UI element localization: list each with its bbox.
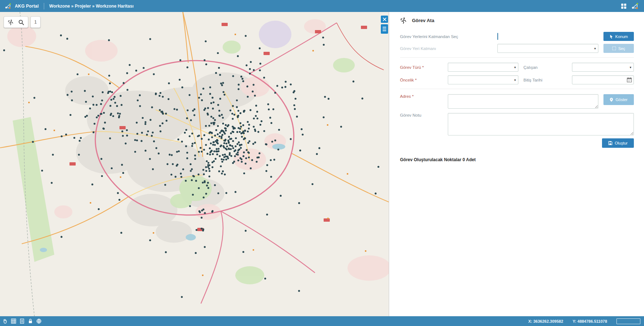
goster-button-label: Göster bbox=[615, 97, 627, 102]
task-layer-label: Görev Yeri Katmanı bbox=[400, 46, 492, 51]
cursor-icon bbox=[610, 34, 613, 39]
konum-button[interactable]: Konum bbox=[603, 32, 634, 41]
app-logo-icon bbox=[5, 3, 12, 9]
document-icon[interactable] bbox=[20, 318, 25, 324]
due-date-input[interactable] bbox=[572, 75, 634, 84]
assign-task-panel: Görev Ata Görev Yerlerini Katmandan Seç … bbox=[389, 12, 644, 316]
topbar-logo-icon[interactable] bbox=[632, 3, 639, 10]
goster-button[interactable]: Göster bbox=[603, 94, 634, 105]
map-tool-count[interactable]: 1 bbox=[30, 16, 41, 28]
address-textarea[interactable] bbox=[448, 94, 598, 109]
close-icon bbox=[383, 17, 387, 21]
panel-close-button[interactable] bbox=[381, 16, 388, 23]
sec-button[interactable]: Seç bbox=[603, 44, 634, 53]
map-toolbar: 1 bbox=[4, 16, 41, 28]
section-divider bbox=[400, 57, 634, 58]
select-from-layer-checkbox[interactable] bbox=[497, 33, 498, 40]
priority-select[interactable] bbox=[448, 75, 518, 84]
task-type-label: Görev Türü * bbox=[400, 65, 443, 70]
map-layers bbox=[0, 12, 389, 316]
map-pin-icon bbox=[610, 97, 613, 102]
save-icon bbox=[608, 141, 613, 145]
globe-icon[interactable] bbox=[36, 318, 42, 324]
panel-collapse-handle[interactable] bbox=[381, 24, 388, 34]
points-summary: Görev Oluşturulacak Noktalar 0 Adet bbox=[400, 157, 634, 162]
assign-task-tool-icon[interactable] bbox=[8, 19, 14, 25]
due-date-label: Bitiş Tarihi bbox=[523, 78, 567, 82]
task-note-label: Görev Notu bbox=[400, 113, 443, 117]
select-from-layer-label: Görev Yerlerini Katmandan Seç bbox=[400, 34, 492, 39]
grid-table-icon[interactable] bbox=[11, 318, 16, 324]
brand[interactable]: AKG Portal bbox=[5, 3, 39, 9]
app-name: AKG Portal bbox=[15, 4, 39, 9]
lock-icon[interactable] bbox=[28, 318, 33, 324]
olustur-button[interactable]: Oluştur bbox=[602, 138, 634, 148]
worker-label: Çalışan bbox=[523, 65, 567, 70]
breadcrumb[interactable]: Workzone » Projeler » Workzone Haritası bbox=[49, 4, 134, 9]
status-bar: X: 3636262.309582 Y: 4884786.511078 bbox=[0, 316, 644, 326]
address-label: Adres * bbox=[400, 94, 443, 99]
topbar-divider bbox=[44, 3, 44, 9]
select-marquee-icon bbox=[612, 46, 616, 50]
task-note-textarea[interactable] bbox=[448, 113, 634, 135]
sec-button-label: Seç bbox=[618, 46, 625, 51]
priority-label: Öncelik * bbox=[400, 78, 443, 82]
olustur-button-label: Oluştur bbox=[615, 141, 627, 145]
task-layer-select[interactable] bbox=[497, 44, 598, 53]
panel-title: Görev Ata bbox=[412, 18, 434, 23]
task-type-select[interactable] bbox=[448, 63, 518, 72]
worker-select[interactable] bbox=[572, 63, 634, 72]
apps-grid-icon[interactable] bbox=[621, 3, 627, 9]
coord-x: X: 3636262.309582 bbox=[528, 319, 563, 323]
top-bar: AKG Portal Workzone » Projeler » Workzon… bbox=[0, 0, 644, 12]
calendar-icon[interactable] bbox=[627, 77, 632, 84]
search-zoom-icon[interactable] bbox=[18, 19, 24, 25]
section-divider bbox=[400, 89, 634, 89]
app-window: AKG Portal Workzone » Projeler » Workzon… bbox=[0, 0, 644, 326]
assign-task-icon bbox=[400, 17, 407, 24]
scale-box bbox=[616, 318, 640, 324]
konum-button-label: Konum bbox=[615, 34, 628, 39]
coord-y: Y: 4884786.511078 bbox=[573, 319, 607, 323]
map-tool-box bbox=[4, 16, 28, 28]
map-canvas[interactable]: 1 bbox=[0, 12, 389, 316]
hand-pan-icon[interactable] bbox=[2, 318, 8, 324]
